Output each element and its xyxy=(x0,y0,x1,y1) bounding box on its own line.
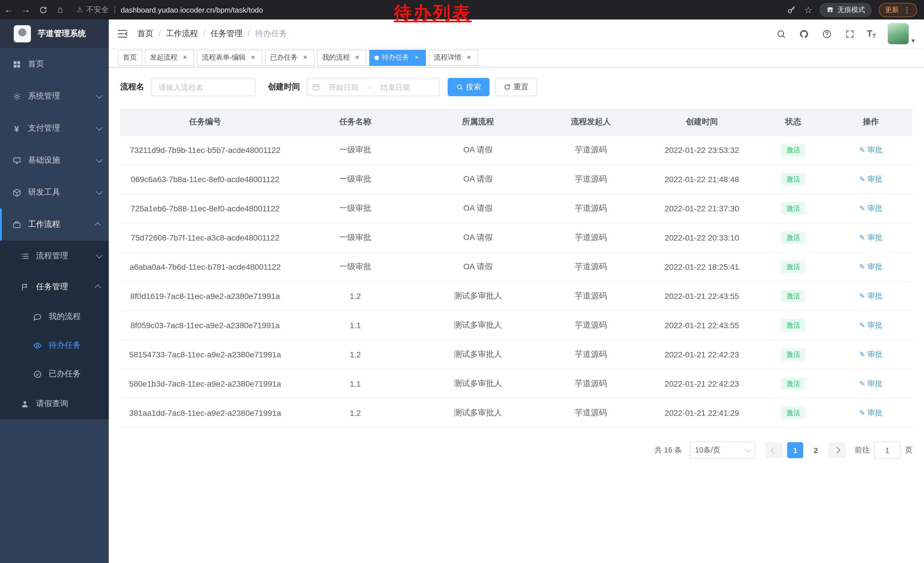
back-icon[interactable]: ← xyxy=(0,0,17,20)
audit-link[interactable]: 审批 xyxy=(859,350,882,359)
create-time-label: 创建时间 xyxy=(268,82,300,92)
user-menu[interactable]: ▾ xyxy=(887,23,915,45)
cell-action: 审批 xyxy=(829,398,912,428)
audit-link[interactable]: 审批 xyxy=(859,408,882,417)
cell-status: 激活 xyxy=(758,369,829,398)
sidebar-item-label: 流程管理 xyxy=(36,251,68,261)
close-icon[interactable]: × xyxy=(249,54,257,62)
tab-my-processes[interactable]: 我的流程 × xyxy=(317,50,366,66)
chevron-up-icon xyxy=(94,285,101,291)
sidebar-item-process-management[interactable]: 流程管理 xyxy=(0,240,109,272)
fullscreen-icon[interactable] xyxy=(844,28,855,39)
bookmark-star-icon[interactable]: ☆ xyxy=(804,4,812,15)
status-badge: 激活 xyxy=(781,377,805,390)
tab-start-process[interactable]: 发起流程 × xyxy=(145,50,194,66)
tab-home[interactable]: 首页 xyxy=(118,50,142,66)
audit-link[interactable]: 审批 xyxy=(859,204,882,213)
reload-icon[interactable] xyxy=(34,6,51,14)
close-icon[interactable]: × xyxy=(301,54,309,62)
audit-link[interactable]: 审批 xyxy=(859,146,882,154)
goto-label: 前往 xyxy=(855,445,870,455)
reset-button[interactable]: 重置 xyxy=(495,78,537,96)
close-icon[interactable]: × xyxy=(181,54,189,62)
cell-initiator: 芋道源码 xyxy=(536,223,646,252)
page-size-select[interactable]: 10条/页 xyxy=(690,441,755,459)
sidebar-item-leave-query[interactable]: 请假查询 xyxy=(0,388,109,419)
chevron-down-icon xyxy=(96,124,103,131)
breadcrumb-home[interactable]: 首页 xyxy=(137,29,166,39)
breadcrumb-current: 待办任务 xyxy=(255,29,287,39)
sidebar-item-home[interactable]: 首页 xyxy=(0,48,109,80)
cell-task-id: 75d72608-7b7f-11ec-a3c8-acde48001122 xyxy=(120,223,290,252)
audit-link[interactable]: 审批 xyxy=(859,262,882,271)
github-icon[interactable] xyxy=(798,28,810,39)
sidebar-item-todo-tasks[interactable]: 待办任务 xyxy=(0,331,109,360)
cell-action: 审批 xyxy=(829,194,912,223)
app-logo[interactable]: 芋道管理系统 xyxy=(0,20,109,48)
process-name-input[interactable] xyxy=(151,78,255,96)
caret-down-icon: ▾ xyxy=(911,37,915,45)
search-button[interactable]: 搜索 xyxy=(448,78,489,96)
check-circle-icon xyxy=(32,369,42,379)
search-icon[interactable] xyxy=(775,28,787,39)
sidebar-item-infrastructure[interactable]: 基础设施 xyxy=(0,144,109,176)
cell-task-id: 381aa1dd-7ac8-11ec-a9e2-a2380e71991a xyxy=(120,398,290,428)
help-icon[interactable] xyxy=(821,28,832,39)
page-number-1[interactable]: 1 xyxy=(787,442,803,458)
cell-process: 测试多审批人 xyxy=(420,369,535,398)
browser-menu-icon[interactable]: ⋮ xyxy=(903,6,911,14)
cell-task-id: 725a1eb6-7b88-11ec-8ef0-acde48001122 xyxy=(120,194,290,223)
table-row: 381aa1dd-7ac8-11ec-a9e2-a2380e71991a 1.2… xyxy=(120,398,912,428)
tab-done-tasks[interactable]: 已办任务 × xyxy=(265,50,314,66)
audit-link[interactable]: 审批 xyxy=(859,291,882,300)
sidebar-item-devtools[interactable]: 研发工具 xyxy=(0,176,109,209)
prev-page-button[interactable] xyxy=(765,442,783,458)
annotation-text: 待办列表 xyxy=(394,1,472,25)
audit-link[interactable]: 审批 xyxy=(859,321,882,329)
close-icon[interactable]: × xyxy=(465,54,473,62)
sidebar-item-done-tasks[interactable]: 已办任务 xyxy=(0,360,109,388)
close-icon[interactable]: × xyxy=(353,54,361,62)
audit-link[interactable]: 审批 xyxy=(859,379,882,388)
screen: ← → ⌂ ⚠ 不安全 dashboard.yudao.iocoder.cn/b… xyxy=(0,0,924,563)
audit-link[interactable]: 审批 xyxy=(859,233,882,242)
breadcrumb-task-management[interactable]: 任务管理 xyxy=(211,29,255,39)
sidebar-item-payment[interactable]: ¥ 支付管理 xyxy=(0,112,109,144)
close-icon[interactable]: × xyxy=(413,54,421,62)
chat-bubble-icon xyxy=(32,312,42,322)
sidebar-item-label: 支付管理 xyxy=(28,123,60,134)
cell-action: 审批 xyxy=(829,223,912,252)
breadcrumb-workflow[interactable]: 工作流程 xyxy=(166,29,211,39)
tab-todo-tasks[interactable]: 待办任务 × xyxy=(369,50,426,66)
cell-task-name: 1.2 xyxy=(290,340,420,369)
cell-action: 审批 xyxy=(829,340,912,369)
sidebar-item-my-processes[interactable]: 我的流程 xyxy=(0,302,109,331)
next-page-button[interactable] xyxy=(828,442,846,458)
table-row: 069c6a63-7b8a-11ec-8ef0-acde48001122 一级审… xyxy=(120,165,912,194)
workflow-submenu: 流程管理 任务管理 我的流程 待办任务 xyxy=(0,240,109,419)
cell-initiator: 芋道源码 xyxy=(536,165,646,194)
font-size-icon[interactable] xyxy=(867,29,876,39)
sidebar-toggle-icon[interactable] xyxy=(109,28,136,39)
end-date-input[interactable] xyxy=(372,82,419,92)
password-key-icon[interactable] xyxy=(786,4,797,15)
sidebar-item-workflow[interactable]: 工作流程 xyxy=(0,209,109,240)
page-number-2[interactable]: 2 xyxy=(808,442,824,458)
sidebar-item-label: 任务管理 xyxy=(36,282,68,292)
browser-update-button[interactable]: 更新 ⋮ xyxy=(879,3,917,17)
start-date-input[interactable] xyxy=(320,82,367,92)
tab-process-detail[interactable]: 流程详情 × xyxy=(429,50,478,66)
goto-page-input[interactable] xyxy=(874,441,900,459)
address-bar[interactable]: ⚠ 不安全 dashboard.yudao.iocoder.cn/bpm/tas… xyxy=(77,5,263,15)
forward-icon[interactable]: → xyxy=(17,0,34,20)
sidebar-item-task-management[interactable]: 任务管理 xyxy=(0,272,109,302)
column-status: 状态 xyxy=(758,109,829,135)
audit-link[interactable]: 审批 xyxy=(859,175,882,183)
date-range-picker[interactable]: - xyxy=(307,78,440,96)
sidebar-item-system[interactable]: 系统管理 xyxy=(0,80,109,112)
home-icon[interactable]: ⌂ xyxy=(51,0,69,20)
cell-process: OA 请假 xyxy=(420,252,535,281)
tab-process-form-edit[interactable]: 流程表单-编辑 × xyxy=(197,50,262,66)
cell-created: 2022-01-21 22:42:23 xyxy=(646,340,758,369)
cell-task-name: 一级审批 xyxy=(290,252,420,281)
